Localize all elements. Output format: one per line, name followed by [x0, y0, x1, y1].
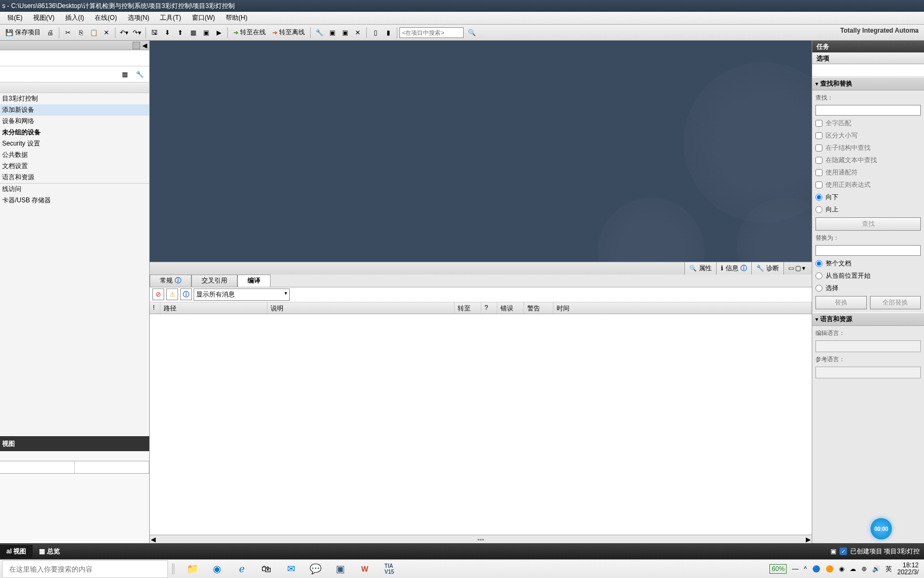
tree-device-button[interactable]: 🔧 — [134, 69, 145, 80]
subtab-general[interactable]: 常规 — [150, 275, 191, 287]
undo-button[interactable]: ↶▾ — [118, 27, 130, 39]
tia-icon[interactable]: ▣ — [333, 561, 348, 576]
tree-item-online-access[interactable]: 线访问 — [0, 184, 149, 195]
from-cursor-radio[interactable]: 从当前位置开始 — [815, 271, 921, 280]
replace-input[interactable] — [815, 245, 921, 256]
accessible-button[interactable]: 🔧 — [313, 27, 325, 39]
col-error[interactable]: 错误 — [497, 302, 524, 314]
print-button[interactable] — [44, 27, 56, 39]
options-title[interactable]: 选项 — [812, 52, 924, 64]
col-path[interactable]: 路径 — [160, 302, 267, 314]
col-index[interactable]: ! — [150, 302, 160, 314]
tree-item-card-reader[interactable]: 卡器/USB 存储器 — [0, 195, 149, 206]
start-button[interactable]: ▶ — [213, 27, 225, 39]
ime-icon[interactable]: 英 — [886, 565, 892, 574]
selection-radio[interactable]: 选择 — [815, 284, 921, 293]
upload-button[interactable]: ⬆ — [174, 27, 186, 39]
edit-lang-combo[interactable] — [815, 340, 921, 352]
hidden-checkbox[interactable]: 在隐藏文本中查找 — [815, 156, 921, 165]
inspector-min-icon[interactable]: ▭ — [788, 264, 794, 272]
tree-item-add-device[interactable]: 添加新设备 — [0, 104, 149, 116]
menu-window[interactable]: 窗口(W) — [187, 12, 220, 24]
message-filter-combo[interactable]: 显示所有消息 — [194, 288, 290, 301]
col-desc[interactable]: 说明 — [267, 302, 455, 314]
col-q[interactable]: ? — [481, 302, 497, 314]
menu-options[interactable]: 选项(N) — [122, 12, 155, 24]
battery-icon[interactable]: 60% — [769, 564, 787, 574]
copy-button[interactable]: ⎘ — [75, 27, 87, 39]
wechat-icon[interactable]: 💬 — [308, 561, 323, 576]
wildcard-checkbox[interactable]: 使用通配符 — [815, 168, 921, 177]
scroll-left-icon[interactable]: ◀ — [151, 536, 156, 543]
windows-search-input[interactable] — [2, 560, 168, 578]
hide-icon[interactable]: ◀ — [142, 42, 147, 49]
tray-app2-icon[interactable]: 🟠 — [826, 565, 834, 573]
overview-tab[interactable]: ▦ 总览 — [33, 545, 66, 558]
message-scrollbar[interactable]: ◀ ▪▪▪ ▶ — [150, 535, 812, 543]
tree-view-button[interactable]: ▦ — [119, 69, 130, 80]
project-tree[interactable]: 目3彩灯控制 添加新设备 设备和网络 未分组的设备 Security 设置 公共… — [0, 93, 149, 436]
col-warn[interactable]: 警告 — [524, 302, 553, 314]
menu-edit[interactable]: 辑(E) — [2, 12, 28, 24]
tree-item-ungrouped[interactable]: 未分组的设备 — [0, 127, 149, 138]
find-button[interactable]: 查找 — [815, 217, 921, 231]
col-goto[interactable]: 转至 — [455, 302, 481, 314]
tray-app1-icon[interactable]: 🔵 — [812, 565, 820, 573]
volume-icon[interactable]: 🔊 — [872, 565, 880, 573]
timer-overlay[interactable]: 00:00 — [871, 518, 892, 539]
tree-item-project[interactable]: 目3彩灯控制 — [0, 93, 149, 104]
whole-doc-radio[interactable]: 整个文档 — [815, 259, 921, 268]
search-button[interactable] — [466, 27, 478, 39]
collapse-icon[interactable] — [133, 42, 140, 49]
tree-item-lang[interactable]: 语言和资源 — [0, 172, 149, 184]
replace-button[interactable]: 替换 — [815, 296, 867, 309]
portal-view-tab[interactable]: al 视图 — [0, 545, 33, 558]
subtab-crossref[interactable]: 交叉引用 — [191, 275, 237, 287]
details-view-header[interactable]: 视图 — [0, 436, 149, 451]
delete-button[interactable] — [101, 27, 112, 39]
hmi-button[interactable]: ▣ — [339, 27, 351, 39]
onedrive-icon[interactable]: ☁ — [850, 565, 856, 573]
menu-tools[interactable]: 工具(T) — [155, 12, 186, 24]
message-table-body[interactable] — [150, 314, 812, 535]
tree-item-devices[interactable]: 设备和网络 — [0, 116, 149, 127]
tab-info[interactable]: ℹ 信息 — [716, 262, 752, 275]
lang-res-header[interactable]: ▾ 语言和资源 — [812, 313, 924, 326]
inspector-max-icon[interactable]: ▢ — [795, 264, 801, 272]
store-icon[interactable]: 🛍 — [259, 561, 274, 576]
menu-view[interactable]: 视图(V) — [28, 12, 60, 24]
split-button[interactable]: ▯ — [369, 27, 381, 39]
sim-button[interactable]: ▣ — [200, 27, 212, 39]
go-offline-button[interactable]: 转至离线 — [269, 27, 308, 38]
regex-checkbox[interactable]: 使用正则表达式 — [815, 180, 921, 189]
whole-word-checkbox[interactable]: 全字匹配 — [815, 119, 921, 128]
redo-button[interactable]: ↷▾ — [131, 27, 143, 39]
col-time[interactable]: 时间 — [553, 302, 812, 314]
file-explorer-icon[interactable]: 📁 — [185, 561, 200, 576]
scroll-right-icon[interactable]: ▶ — [806, 536, 811, 543]
subtab-compile[interactable]: 编译 — [237, 275, 271, 287]
network-icon[interactable]: ⊕ — [861, 565, 867, 573]
download-button[interactable]: ⬇ — [161, 27, 173, 39]
tab-diagnostics[interactable]: 🔧 诊断 — [751, 262, 784, 275]
substructure-checkbox[interactable]: 在子结构中查找 — [815, 143, 921, 153]
replace-all-button[interactable]: 全部替换 — [870, 296, 921, 309]
edge-icon[interactable]: ◉ — [210, 561, 225, 576]
info-filter-button[interactable] — [180, 288, 192, 300]
device-button[interactable]: ▦ — [187, 27, 199, 39]
search-input[interactable] — [399, 27, 464, 38]
error-filter-button[interactable] — [152, 288, 164, 300]
warn-filter-button[interactable] — [166, 288, 178, 300]
save-project-button[interactable]: 保存项目 — [2, 27, 44, 38]
tab-properties[interactable]: 属性 — [684, 262, 717, 275]
go-online-button[interactable]: 转至在线 — [230, 27, 269, 38]
find-input[interactable] — [815, 105, 921, 116]
mail-icon[interactable]: ✉ — [283, 561, 298, 576]
close-button[interactable] — [352, 27, 364, 39]
menu-online[interactable]: 在线(O) — [89, 12, 122, 24]
tree-item-docs[interactable]: 文档设置 — [0, 161, 149, 172]
up-radio[interactable]: 向上 — [815, 205, 921, 214]
tray-app3-icon[interactable]: ◉ — [839, 565, 844, 573]
menu-help[interactable]: 帮助(H) — [220, 12, 253, 24]
tray-up-icon[interactable]: ^ — [804, 565, 807, 573]
